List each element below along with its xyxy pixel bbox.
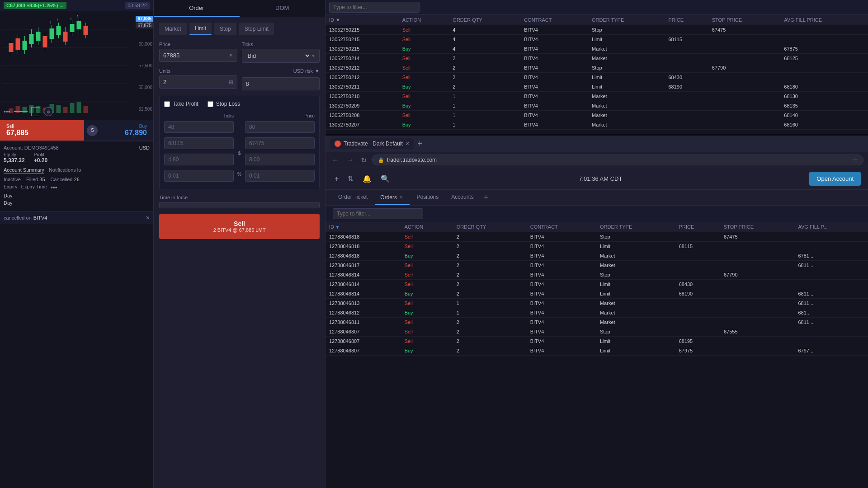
- header-time: 7:01:36 AM CDT: [579, 175, 622, 182]
- chart-header: C67,890 +835(+1.25%) ... 08:58:22: [0, 0, 153, 11]
- ticks-group: Ticks Bid Ask Last ▼: [242, 42, 320, 63]
- status-row-1: Inactive Filled 35 Cancelled 26: [4, 177, 150, 182]
- open-account-button[interactable]: Open Account: [809, 172, 861, 186]
- notification-close[interactable]: ×: [146, 214, 150, 221]
- svg-rect-24: [70, 24, 75, 32]
- bell-icon-button[interactable]: 🔔: [361, 173, 373, 185]
- table-row: 13052750215 Buy 4 BITV4 Market 67875: [326, 44, 868, 54]
- toggle-button[interactable]: 5: [87, 125, 98, 136]
- list-item: 12788046811 Sell 2 BITV4 Market 6811...: [326, 318, 868, 327]
- chart-area: ↑ ↑ ↑ ↑ 62,500 60,000 57,500 55,000 52,5…: [0, 11, 153, 120]
- list-item: 12788046814 Sell 2 BITV4 Limit 68430: [326, 280, 868, 289]
- price-label: Price: [159, 42, 237, 47]
- limit-tab[interactable]: Limit: [189, 23, 212, 35]
- expiry-item: Expiry: [4, 184, 18, 191]
- stop-loss-row: Stop Loss: [208, 101, 240, 107]
- svg-rect-44: [84, 106, 88, 113]
- svg-rect-10: [23, 41, 27, 50]
- profit-item: Profit +0.20: [34, 152, 47, 164]
- tab-title: Tradovate - Dark Default: [344, 141, 403, 147]
- chart-dots-menu[interactable]: •••: [4, 108, 10, 115]
- inner-col-avg-fill: AVG FILL P...: [794, 222, 868, 232]
- chart-circle-icon[interactable]: ⊗: [44, 107, 53, 116]
- forward-button[interactable]: →: [344, 155, 355, 165]
- orders-tab: Orders ×: [375, 190, 409, 205]
- time-force-label: Time in force: [159, 195, 320, 200]
- list-item: 12788046813 Sell 1 BITV4 Market 6811...: [326, 299, 868, 308]
- calculator-icon[interactable]: ⊞: [229, 79, 233, 85]
- left-panel: C67,890 +835(+1.25%) ... 08:58:22: [0, 0, 154, 488]
- list-item: 12788046817 Sell 2 BITV4 Market 6811...: [326, 261, 868, 270]
- notification-bar: cancelled on BITV4 ×: [0, 211, 153, 224]
- chart-square-btn[interactable]: [31, 107, 40, 116]
- tp-ticks-field: 48: [164, 121, 234, 133]
- col-stop-price: STOP PRICE: [708, 15, 781, 25]
- units-input-wrap: ⊞: [159, 75, 237, 89]
- tp-pct1-field: 4.80: [164, 154, 234, 165]
- refresh-button[interactable]: ↻: [359, 155, 368, 165]
- field-row-1: Expiry Expiry Time •••: [4, 184, 150, 191]
- filter-row: [326, 206, 868, 222]
- notifications-tab[interactable]: Notifications lo: [49, 166, 81, 174]
- price-input[interactable]: [163, 52, 229, 59]
- price-level-2: 60,000: [138, 42, 152, 47]
- bookmark-icon[interactable]: ☆: [853, 157, 858, 163]
- order-tab[interactable]: Order: [154, 0, 240, 17]
- transfer-icon-button[interactable]: ⇅: [346, 173, 355, 185]
- buy-sell-bar: Sell 67,885 5 Buy 67,890: [0, 120, 153, 141]
- new-tab-button[interactable]: +: [417, 139, 422, 149]
- stop-loss-checkbox[interactable]: [208, 101, 213, 107]
- buy-price-area: Buy 67,890: [100, 120, 153, 141]
- svg-rect-18: [50, 28, 54, 39]
- stop-tab[interactable]: Stop: [214, 23, 236, 35]
- tp-pct2-field: 0.01: [164, 170, 234, 182]
- equity-item: Equity 5,337.32: [4, 152, 25, 164]
- plus-icon-button[interactable]: +: [333, 173, 340, 185]
- ticks-label: Ticks: [242, 42, 320, 47]
- positions-tab[interactable]: Positions: [411, 190, 444, 205]
- sl-price-field: 67475: [245, 137, 315, 149]
- svg-rect-8: [16, 38, 20, 50]
- price-group: Price ▼: [159, 42, 237, 63]
- svg-rect-40: [57, 105, 61, 113]
- market-tab[interactable]: Market: [159, 23, 187, 35]
- back-button[interactable]: ←: [330, 155, 341, 165]
- top-orders-table: ID ▼ ACTION ORDER QTY CONTRACT ORDER TYP…: [326, 15, 868, 130]
- stop-limit-tab[interactable]: Stop Limit: [239, 23, 274, 35]
- ticks-select[interactable]: Bid Ask Last: [246, 52, 311, 60]
- table-row: 13052750210 Sell 1 BITV4 Market 68130: [326, 92, 868, 101]
- stop-loss-label: Stop Loss: [216, 101, 240, 107]
- table-row: 13052750208 Sell 1 BITV4 Market 68140: [326, 111, 868, 120]
- table-row: 13052750212 Sell 2 BITV4 Limit 68430: [326, 73, 868, 82]
- inner-col-id: ID ▼: [326, 222, 401, 232]
- orders-filter-input[interactable]: [333, 208, 423, 219]
- take-profit-checkbox[interactable]: [164, 101, 170, 107]
- address-bar[interactable]: 🔒 trader.tradovate.com ☆: [372, 155, 863, 165]
- orders-tab-close[interactable]: ×: [398, 193, 404, 201]
- units-input[interactable]: [163, 79, 227, 85]
- sell-price-button[interactable]: Sell 67,885: [0, 120, 84, 141]
- list-item: 12788046807 Sell 2 BITV4 Limit 68195: [326, 337, 868, 346]
- order-ticket-tab[interactable]: Order Ticket: [333, 190, 373, 205]
- svg-rect-42: [70, 103, 75, 113]
- order-form-body: Market Limit Stop Stop Limit Price ▼ Tic…: [154, 17, 325, 488]
- inactive-item: Inactive: [4, 177, 21, 182]
- search-icon-button[interactable]: 🔍: [379, 173, 392, 185]
- usd-risk-button[interactable]: USD risk ▼: [293, 68, 320, 74]
- sell-confirm-button[interactable]: Sell 2 BITV4 @ 67,885 LMT: [159, 214, 320, 239]
- field-row-2: Day: [4, 193, 150, 198]
- svg-rect-26: [77, 21, 81, 29]
- tab-close-icon[interactable]: ×: [406, 140, 409, 147]
- inner-col-order-type: ORDER TYPE: [596, 222, 675, 232]
- time-force-section: Time in force: [159, 195, 320, 208]
- svg-rect-16: [43, 36, 47, 47]
- dom-tab[interactable]: DOM: [240, 0, 326, 17]
- account-summary-tab[interactable]: Account Summary: [4, 166, 44, 174]
- top-filter-input[interactable]: [329, 2, 420, 13]
- sl-ticks-field: 80: [245, 121, 315, 133]
- tab-favicon: [335, 141, 341, 147]
- accounts-tab[interactable]: Accounts: [446, 190, 479, 205]
- add-tab-button[interactable]: +: [481, 193, 491, 202]
- inner-col-stop-price: STOP PRICE: [720, 222, 795, 232]
- chart-tools: ••• ⊗: [4, 107, 53, 116]
